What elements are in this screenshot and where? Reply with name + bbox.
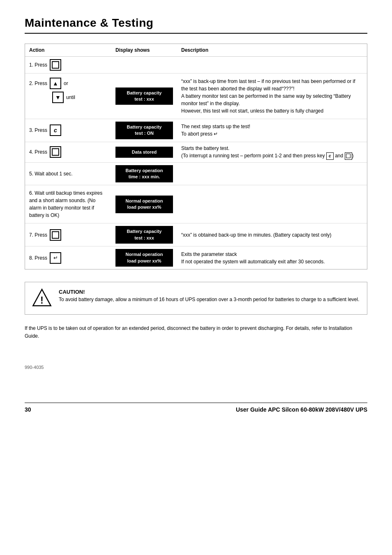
page-title: Maintenance & Testing: [25, 16, 367, 30]
display-cell-4: Data stored: [111, 142, 177, 162]
table-row: 6. Wait until backup times expires and a…: [25, 185, 367, 223]
display-cell-5: Battery operation time : xxx min.: [111, 162, 177, 185]
action-cell-4: 4. Press: [25, 142, 111, 162]
inline-sq-icon: [345, 152, 352, 160]
square-icon-1: [50, 59, 61, 71]
action-label-3: 3. Press: [29, 127, 47, 133]
caution-icon: !: [32, 288, 52, 309]
inline-c-icon: c: [326, 152, 334, 160]
display-text-6-line2: load power xx%: [127, 205, 161, 210]
display-text-3-line2: test : ON: [135, 131, 154, 136]
display-box-8: Normal operation load power xx%: [115, 249, 173, 267]
display-box-7: Battery capacity test : xxx: [115, 226, 173, 244]
display-text-2-line2: test : xxx: [134, 97, 154, 101]
header-action: Action: [25, 44, 111, 57]
display-text-7-line1: Battery capacity: [127, 229, 162, 234]
action-cell-1: 1. Press: [25, 57, 111, 74]
extra-paragraph: If the UPS is to be taken out of operati…: [25, 325, 367, 340]
footer-document-title: User Guide APC Silcon 60-80kW 208V/480V …: [236, 406, 367, 413]
caution-text-block: CAUTION! To avoid battery damage, allow …: [59, 288, 360, 304]
table-header-row: Action Display shows Description: [25, 44, 367, 57]
table-row: 2. Press ▲ or ▼ until Battery capacity t…: [25, 74, 367, 119]
table-row: 5. Wait about 1 sec. Battery operation t…: [25, 162, 367, 185]
action-cell-8: 8. Press ↵: [25, 246, 111, 269]
enter-icon: ↵: [50, 252, 61, 264]
display-text-8-line2: load power xx%: [127, 258, 161, 263]
desc-cell-6: [177, 185, 367, 223]
display-text-3-line1: Battery capacity: [127, 124, 162, 129]
svg-text:!: !: [40, 295, 44, 306]
action-content-4: 4. Press: [29, 146, 107, 158]
display-cell-6: Normal operation load power xx%: [111, 185, 177, 223]
action-label-2: 2. Press: [29, 81, 47, 86]
action-label-6: 6. Wait until backup times expires and a…: [29, 190, 102, 218]
display-text-5-line2: time : xxx min.: [129, 174, 160, 179]
table-row: 8. Press ↵ Normal operation load power x…: [25, 246, 367, 269]
action-content-2b: ▼ until: [29, 92, 107, 103]
display-cell-1: [111, 57, 177, 74]
square-icon-2: [50, 146, 61, 158]
action-content-7: 7. Press: [29, 229, 107, 241]
display-cell-2: Battery capacity test : xxx: [111, 74, 177, 119]
desc-cell-8: Exits the parameter stack If not operate…: [177, 246, 367, 269]
doc-number: 990-4035: [25, 365, 367, 370]
arrow-down-icon: ▼: [52, 92, 64, 103]
display-box-5: Battery operation time : xxx min.: [115, 165, 173, 183]
caution-section: ! CAUTION! To avoid battery damage, allo…: [25, 282, 367, 315]
footer-page-number: 30: [25, 406, 31, 413]
table-row: 3. Press c Battery capacity test : ON Th…: [25, 119, 367, 142]
display-box-6: Normal operation load power xx%: [115, 196, 173, 213]
desc-cell-7: “xxx” is obtained back-up time in minute…: [177, 223, 367, 246]
display-cell-8: Normal operation load power xx%: [111, 246, 177, 269]
display-text-6-line1: Normal operation: [125, 198, 163, 203]
action-label-1: 1. Press: [29, 62, 47, 68]
action-content-1: 1. Press: [29, 59, 107, 71]
c-icon-1: c: [50, 124, 61, 136]
display-box-3: Battery capacity test : ON: [115, 122, 173, 139]
desc-cell-1: [177, 57, 367, 74]
title-divider: [25, 33, 367, 34]
desc-cell-2: “xxx” is back-up time from last test – i…: [177, 74, 367, 119]
display-text-5-line1: Battery operation: [125, 168, 163, 173]
desc-cell-5: [177, 162, 367, 185]
action-content-2: 2. Press ▲ or: [29, 78, 107, 89]
page-container: Maintenance & Testing Action Display sho…: [0, 0, 392, 429]
page-footer: 30 User Guide APC Silcon 60-80kW 208V/48…: [25, 403, 367, 413]
table-row: 7. Press Battery capacity test : xxx “xx…: [25, 223, 367, 246]
display-text-4-line1: Data stored: [132, 150, 157, 154]
desc-cell-4: Starts the battery test. (To interrupt a…: [177, 142, 367, 162]
action-label-8: 8. Press: [29, 255, 47, 261]
action-cell-7: 7. Press: [25, 223, 111, 246]
table-row: 1. Press: [25, 57, 367, 74]
until-label: until: [66, 94, 75, 100]
header-description: Description: [177, 44, 367, 57]
desc-cell-3: The next step starts up the test! To abo…: [177, 119, 367, 142]
action-cell-5: 5. Wait about 1 sec.: [25, 162, 111, 185]
display-cell-7: Battery capacity test : xxx: [111, 223, 177, 246]
action-label-4: 4. Press: [29, 149, 47, 155]
action-cell-2: 2. Press ▲ or ▼ until: [25, 74, 111, 119]
arrow-up-icon: ▲: [50, 78, 61, 89]
caution-body: To avoid battery damage, allow a minimum…: [59, 297, 360, 302]
display-box-2: Battery capacity test : xxx: [115, 88, 173, 105]
action-cell-3: 3. Press c: [25, 119, 111, 142]
action-content-3: 3. Press c: [29, 124, 107, 136]
or-label: or: [64, 81, 68, 86]
display-cell-3: Battery capacity test : ON: [111, 119, 177, 142]
square-icon-3: [50, 229, 61, 241]
display-text-8-line1: Normal operation: [125, 252, 163, 257]
display-text-7-line2: test : xxx: [134, 235, 154, 240]
action-label-7: 7. Press: [29, 232, 47, 238]
main-table: Action Display shows Description 1. Pres…: [25, 44, 367, 269]
display-box-4: Data stored: [115, 147, 173, 158]
header-display: Display shows: [111, 44, 177, 57]
display-text-2-line1: Battery capacity: [127, 90, 162, 95]
caution-title: CAUTION!: [59, 289, 85, 295]
action-label-5: 5. Wait about 1 sec.: [29, 171, 73, 177]
main-table-wrapper: Action Display shows Description 1. Pres…: [25, 44, 367, 269]
action-content-8: 8. Press ↵: [29, 252, 107, 264]
action-cell-6: 6. Wait until backup times expires and a…: [25, 185, 111, 223]
table-row: 4. Press Data stored Starts the battery …: [25, 142, 367, 162]
